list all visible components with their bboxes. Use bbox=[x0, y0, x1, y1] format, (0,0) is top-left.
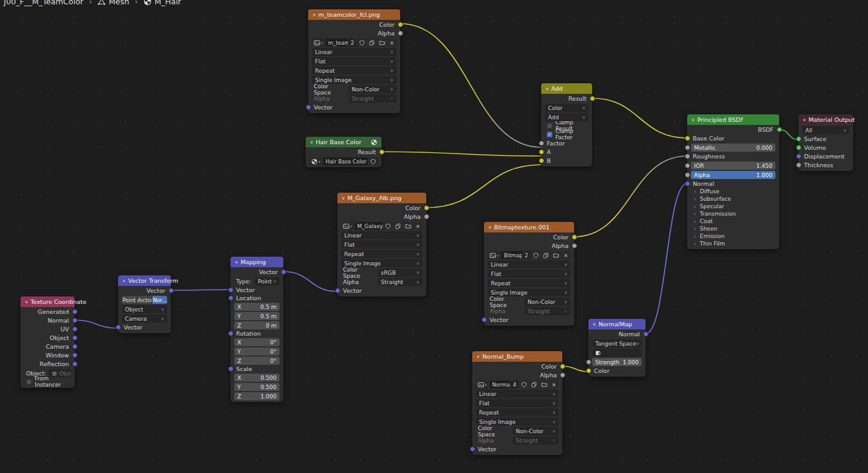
data-type-dropdown[interactable]: Color∨ bbox=[545, 104, 588, 112]
rotation-y-field[interactable]: Y0° bbox=[234, 347, 280, 356]
type-point-button[interactable]: Point bbox=[122, 296, 137, 304]
node-header[interactable]: ∨ M_Galaxy_Alb.png bbox=[337, 193, 426, 203]
socket-alpha-output[interactable] bbox=[560, 372, 565, 378]
socket-color-input[interactable] bbox=[586, 368, 592, 374]
socket-normal-input[interactable] bbox=[685, 181, 690, 186]
node-hair-base-color[interactable]: ∨ Hair Base Color Result ∨ Hair Base Col… bbox=[306, 137, 381, 167]
node-vector-transform[interactable]: ∨ Vector Transform Vector Point Vector N… bbox=[118, 275, 171, 333]
node-material-output[interactable]: ∨ Material Output All∨ Surface Volume Di… bbox=[798, 114, 853, 171]
socket-a-input[interactable] bbox=[539, 149, 544, 155]
socket-alpha-output[interactable] bbox=[398, 30, 403, 36]
collapse-icon[interactable]: ∨ bbox=[488, 224, 491, 231]
link-add-result-to-basecolor[interactable] bbox=[592, 98, 687, 138]
image-name-field[interactable]: M_Galaxy_Alb.png bbox=[355, 222, 383, 230]
convert-from-dropdown[interactable]: Object∨ bbox=[122, 305, 167, 313]
collapse-icon[interactable]: ∨ bbox=[342, 195, 345, 201]
node-header[interactable]: ∨ Vector Transform bbox=[118, 275, 171, 286]
socket-b-input[interactable] bbox=[539, 158, 544, 163]
object-picker-field[interactable]: Obje bbox=[48, 369, 71, 377]
socket-surface-input[interactable] bbox=[796, 136, 802, 142]
socket-camera-output[interactable] bbox=[72, 344, 78, 349]
socket-alpha-output[interactable] bbox=[424, 214, 429, 219]
extension-dropdown[interactable]: Repeat∨ bbox=[488, 279, 570, 287]
ior-slider[interactable]: IOR1.450 bbox=[691, 162, 775, 170]
image-browse-button[interactable]: ∨ bbox=[488, 251, 501, 259]
node-header[interactable]: ∨ m_teamcolor_fcl.png bbox=[308, 9, 400, 20]
extension-dropdown[interactable]: Repeat∨ bbox=[312, 67, 396, 75]
socket-vector-input[interactable] bbox=[335, 288, 340, 293]
open-image-button[interactable] bbox=[403, 222, 413, 230]
link-bitmap-color-to-roughness[interactable] bbox=[574, 156, 687, 237]
projection-dropdown[interactable]: Flat∨ bbox=[341, 241, 423, 249]
duplicate-image-button[interactable] bbox=[393, 222, 403, 230]
alpha-mode-dropdown[interactable]: Straight∨ bbox=[524, 307, 570, 315]
collapse-icon[interactable]: ∨ bbox=[313, 12, 316, 18]
location-x-field[interactable]: X0.5 m bbox=[234, 303, 280, 311]
collapse-icon[interactable]: ∨ bbox=[122, 278, 126, 284]
image-browse-button[interactable]: ∨ bbox=[341, 222, 354, 230]
node-principled-bsdf[interactable]: ∨ Principled BSDF BSDF Base Color Metall… bbox=[687, 114, 779, 249]
socket-vector-output[interactable] bbox=[281, 269, 286, 275]
color-space-dropdown[interactable]: Non-Color∨ bbox=[349, 85, 396, 93]
link-galaxy-color-to-add-b[interactable] bbox=[426, 165, 541, 208]
duplicate-image-button[interactable] bbox=[529, 380, 539, 388]
node-image-texture-teamcolor[interactable]: ∨ m_teamcolor_fcl.png Color Alpha ∨ m_te… bbox=[308, 9, 400, 113]
fake-user-button[interactable] bbox=[531, 251, 541, 259]
node-header[interactable]: ∨ Material Output bbox=[798, 114, 853, 125]
projection-dropdown[interactable]: Flat∨ bbox=[312, 57, 396, 65]
socket-base-color-input[interactable] bbox=[685, 135, 690, 141]
node-header[interactable]: ∨ Add bbox=[541, 83, 592, 94]
extension-dropdown[interactable]: Repeat∨ bbox=[476, 408, 559, 416]
collapse-icon[interactable]: ∨ bbox=[546, 86, 549, 92]
space-dropdown[interactable]: Tangent Space∨ bbox=[592, 339, 642, 347]
source-dropdown[interactable]: Single Image∨ bbox=[312, 76, 396, 84]
scale-z-field[interactable]: Z1.000 bbox=[234, 392, 280, 400]
link-hairbasecolor-result-to-add-a[interactable] bbox=[381, 152, 541, 156]
socket-metallic-input[interactable] bbox=[685, 145, 690, 150]
fake-user-button[interactable] bbox=[357, 39, 367, 47]
node-header[interactable]: ∨ NormalMap bbox=[588, 319, 646, 329]
source-dropdown[interactable]: Single Image∨ bbox=[476, 418, 559, 426]
collapse-icon[interactable]: ∨ bbox=[692, 117, 695, 123]
node-texture-coordinate[interactable]: ∨ Texture Coordinate Generated Normal UV… bbox=[21, 296, 75, 388]
node-header[interactable]: ∨ Normal_Bump bbox=[472, 351, 562, 362]
type-vector-button[interactable]: Vector bbox=[137, 296, 152, 304]
node-header[interactable]: ∨ Bitmaptexture.001 bbox=[484, 222, 574, 232]
users-count-badge[interactable]: 2 bbox=[523, 251, 531, 259]
panel-coat[interactable]: ›Coat bbox=[687, 218, 779, 225]
color-space-dropdown[interactable]: Non-Color∨ bbox=[513, 427, 559, 435]
target-dropdown[interactable]: All∨ bbox=[802, 126, 849, 134]
from-instancer-checkbox[interactable] bbox=[26, 379, 32, 385]
collapse-icon[interactable]: ∨ bbox=[477, 354, 480, 360]
socket-roughness-input[interactable] bbox=[685, 154, 690, 159]
projection-dropdown[interactable]: Flat∨ bbox=[476, 399, 559, 407]
node-image-texture-bitmap[interactable]: ∨ Bitmaptexture.001 Color Alpha ∨ Bitmap… bbox=[484, 222, 574, 326]
mapping-type-dropdown[interactable]: Point∨ bbox=[255, 277, 280, 285]
open-image-button[interactable] bbox=[551, 251, 560, 259]
interpolation-dropdown[interactable]: Linear∨ bbox=[312, 48, 396, 56]
interpolation-dropdown[interactable]: Linear∨ bbox=[341, 231, 423, 239]
socket-scale-input[interactable] bbox=[228, 366, 234, 372]
image-name-field[interactable]: Bitmaptextu... bbox=[501, 251, 522, 259]
node-header[interactable]: ∨ Hair Base Color bbox=[306, 137, 381, 147]
link-teamcolor-color-to-add-factor[interactable] bbox=[400, 24, 541, 147]
color-space-dropdown[interactable]: Non-Color∨ bbox=[524, 298, 570, 306]
panel-transmission[interactable]: ›Transmission bbox=[687, 210, 779, 218]
color-name-field[interactable]: Hair Base Color bbox=[323, 157, 368, 165]
open-image-button[interactable] bbox=[539, 380, 549, 388]
panel-thin-film[interactable]: ›Thin Film bbox=[687, 240, 779, 247]
panel-sheen[interactable]: ›Sheen bbox=[687, 225, 779, 232]
node-header[interactable]: ∨ Principled BSDF bbox=[687, 114, 779, 125]
socket-rotation-input[interactable] bbox=[228, 331, 234, 336]
node-header[interactable]: ∨ Mapping bbox=[231, 257, 283, 267]
panel-subsurface[interactable]: ›Subsurface bbox=[687, 195, 779, 203]
socket-vector-input[interactable] bbox=[228, 287, 234, 293]
interpolation-dropdown[interactable]: Linear∨ bbox=[488, 260, 570, 269]
interpolation-dropdown[interactable]: Linear∨ bbox=[476, 390, 559, 398]
alpha-mode-dropdown[interactable]: Straight∨ bbox=[378, 278, 423, 286]
unlink-image-button[interactable]: × bbox=[387, 39, 396, 47]
collapse-icon[interactable]: ∨ bbox=[235, 259, 238, 265]
socket-reflection-output[interactable] bbox=[72, 361, 78, 367]
location-z-field[interactable]: Z0 m bbox=[234, 321, 280, 329]
image-browse-button[interactable]: ∨ bbox=[312, 39, 325, 47]
